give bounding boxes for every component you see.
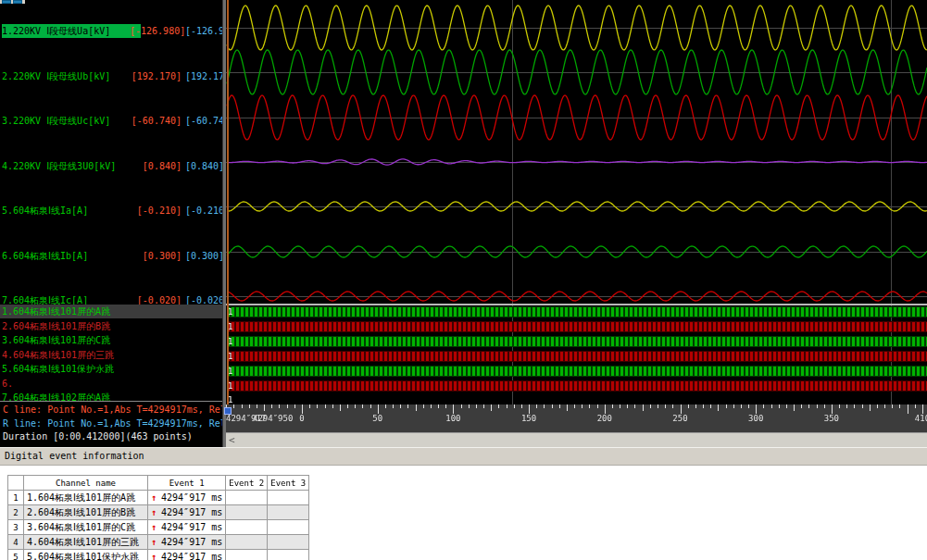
event1-time: 4294″917 ms: [161, 522, 222, 532]
digital-event-table: Channel nameEvent 1Event 2Event 311.604柘…: [7, 475, 309, 560]
axis-rel-time-label: 350: [818, 414, 846, 423]
axis-rel-time-label: 250: [667, 414, 695, 423]
row-number-cell: 1: [8, 491, 24, 505]
reference-value: [192.170]: [185, 69, 222, 83]
analog-channel-label: 4.220KV Ⅰ段母线3U0[kV]: [2, 159, 116, 173]
digital-channel-row[interactable]: 4.604柘泉Ⅰ线101屏的三跳: [0, 348, 222, 362]
axis-abs-time-label: 4294″950: [253, 414, 293, 423]
trip-up-arrow-icon: ↑: [151, 537, 157, 547]
event2-cell: [226, 491, 268, 505]
axis-rel-time-label: 300: [742, 414, 770, 423]
digital-channel-row[interactable]: 6.: [0, 377, 222, 391]
digital-bar-state-value: 1: [228, 322, 232, 331]
analog-channel-label: 2.220KV Ⅰ段母线Ub[kV]: [2, 69, 110, 83]
cursor-value: [-0.210]: [130, 204, 182, 218]
trip-up-arrow-icon: ↑: [151, 522, 157, 532]
digital-channel-row[interactable]: 3.604柘泉Ⅰ线101屏的C跳: [0, 333, 222, 347]
cursor-position-marker[interactable]: [224, 407, 232, 415]
event1-cell: ↑4294″917 ms: [148, 491, 226, 505]
digital-event-table-area: Channel nameEvent 1Event 2Event 311.604柘…: [0, 466, 927, 560]
reference-value: [-0.210]: [185, 204, 222, 218]
cursor-value: [-60.740]: [130, 114, 182, 128]
row-number-cell: 2: [8, 505, 24, 520]
event3-cell: [268, 520, 309, 535]
event1-time: 4294″917 ms: [161, 552, 222, 560]
channel-name-cell: 5.604柘泉Ⅰ线101保护永跳: [24, 550, 148, 560]
analog-channel-label: 5.604柘泉Ⅰ线Ia[A]: [2, 204, 88, 218]
waveform-canvas[interactable]: [226, 0, 927, 432]
analog-channel-row[interactable]: 6.604柘泉Ⅰ线Ib[A][0.300][0.300]: [0, 249, 222, 263]
table-header-cell: Event 1: [148, 476, 226, 491]
event1-time: 4294″917 ms: [161, 537, 222, 547]
channel-name-cell: 3.604柘泉Ⅰ线101屏的C跳: [24, 520, 148, 535]
channel-name-cell: 1.604柘泉Ⅰ线101屏的A跳: [24, 491, 148, 505]
analog-channel-label: 1.220KV Ⅰ段母线Ua[kV]: [2, 24, 141, 38]
cursor-value: [0.840]: [130, 159, 182, 173]
event3-cell: [268, 491, 309, 505]
digital-bar-state-value: 1: [228, 352, 232, 361]
reference-value: [-126.980]: [185, 24, 222, 38]
event-table-row[interactable]: 33.604柘泉Ⅰ线101屏的C跳↑4294″917 ms: [8, 520, 309, 535]
trip-up-arrow-icon: ↑: [151, 552, 157, 560]
channel-list-panel: 1.220KV Ⅰ段母线Ua[kV][-126.980][-126.980]2.…: [0, 4, 222, 447]
event2-cell: [226, 535, 268, 550]
scroll-left-arrow-icon[interactable]: <: [229, 434, 235, 446]
digital-bar-state-value: 1: [228, 307, 232, 317]
channel-name-cell: 4.604柘泉Ⅰ线101屏的三跳: [24, 535, 148, 550]
event3-cell: [268, 550, 309, 560]
event-table-row[interactable]: 11.604柘泉Ⅰ线101屏的A跳↑4294″917 ms: [8, 491, 309, 505]
event1-cell: ↑4294″917 ms: [148, 550, 226, 560]
event-table-row[interactable]: 44.604柘泉Ⅰ线101屏的三跳↑4294″917 ms: [8, 535, 309, 550]
cursor-status-panel: C line: Point No.=1,Abs T=4294917ms, Rel…: [0, 401, 222, 447]
digital-bar-state-value: 1: [228, 367, 232, 376]
event2-cell: [226, 505, 268, 520]
analog-channel-label: 6.604柘泉Ⅰ线Ib[A]: [2, 249, 88, 263]
axis-rel-time-label: 410: [908, 414, 927, 423]
event3-cell: [268, 505, 309, 520]
reference-value: [0.840]: [185, 159, 222, 173]
analog-channel-row[interactable]: 1.220KV Ⅰ段母线Ua[kV][-126.980][-126.980]: [0, 24, 222, 38]
analog-channel-row[interactable]: 5.604柘泉Ⅰ线Ia[A][-0.210][-0.210]: [0, 204, 222, 218]
channel-name-cell: 2.604柘泉Ⅰ线101屏的B跳: [24, 505, 148, 520]
digital-channel-row[interactable]: 1.604柘泉Ⅰ线101屏的A跳: [0, 305, 222, 318]
table-header-cell: Event 2: [226, 476, 268, 491]
event2-cell: [226, 520, 268, 535]
horizontal-scrollbar[interactable]: <: [226, 432, 927, 447]
section-title-bar: Digital event information: [0, 447, 927, 466]
digital-channel-row[interactable]: 2.604柘泉Ⅰ线101屏的B跳: [0, 319, 222, 333]
analog-channel-row[interactable]: 2.220KV Ⅰ段母线Ub[kV][192.170][192.170]: [0, 69, 222, 83]
trip-up-arrow-icon: ↑: [151, 507, 157, 517]
event1-cell: ↑4294″917 ms: [148, 520, 226, 535]
analog-channel-row[interactable]: 3.220KV Ⅰ段母线Uc[kV][-60.740][-60.740]: [0, 114, 222, 128]
waveform-analyzer-window: 1.220KV Ⅰ段母线Ua[kV][-126.980][-126.980]2.…: [0, 0, 927, 560]
analog-channel-label: 3.220KV Ⅰ段母线Uc[kV]: [2, 114, 110, 128]
digital-bar-state-value: 1: [228, 381, 232, 391]
event3-cell: [268, 535, 309, 550]
event1-cell: ↑4294″917 ms: [148, 505, 226, 520]
cursor-value: [192.170]: [130, 69, 182, 83]
event1-cell: ↑4294″917 ms: [148, 535, 226, 550]
trip-up-arrow-icon: ↑: [151, 492, 157, 503]
section-title: Digital event information: [5, 451, 144, 461]
axis-rel-time-label: 50: [364, 414, 392, 423]
axis-rel-time-label: 150: [515, 414, 543, 423]
reference-value: [-60.740]: [185, 114, 222, 128]
reference-value: [0.300]: [185, 249, 222, 263]
event-table-row[interactable]: 55.604柘泉Ⅰ线101保护永跳↑4294″917 ms: [8, 550, 309, 560]
digital-channel-row[interactable]: 5.604柘泉Ⅰ线101保护永跳: [0, 362, 222, 376]
cursor-value: [0.300]: [130, 249, 182, 263]
event2-cell: [226, 550, 268, 560]
event1-time: 4294″917 ms: [161, 492, 222, 503]
digital-bar-state-value: 1: [228, 337, 232, 346]
event1-time: 4294″917 ms: [161, 507, 222, 517]
row-number-cell: 4: [8, 535, 24, 550]
axis-rel-time-label: 200: [591, 414, 619, 423]
row-number-cell: 5: [8, 550, 24, 560]
table-header-row: Channel nameEvent 1Event 2Event 3: [8, 476, 309, 491]
analog-channel-row[interactable]: 4.220KV Ⅰ段母线3U0[kV][0.840][0.840]: [0, 159, 222, 173]
cursor-value: [-126.980]: [130, 24, 182, 38]
event-table-row[interactable]: 22.604柘泉Ⅰ线101屏的B跳↑4294″917 ms: [8, 505, 309, 520]
row-number-cell: 3: [8, 520, 24, 535]
waveform-plot-area[interactable]: 11111114294″9174294″95005010015020025030…: [226, 0, 927, 432]
table-header-cell: Event 3: [268, 476, 309, 491]
